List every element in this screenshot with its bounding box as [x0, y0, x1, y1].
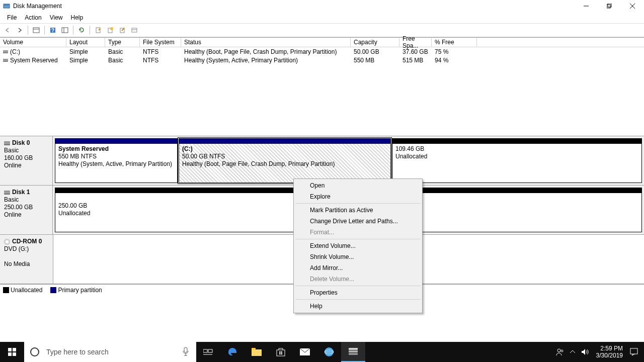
- disk-mgmt-icon[interactable]: [341, 342, 365, 362]
- svg-point-42: [561, 350, 563, 352]
- svg-rect-7: [33, 28, 39, 33]
- partition-status: Healthy (Boot, Page File, Crash Dump, Pr…: [182, 160, 387, 168]
- col-spacer: [477, 38, 644, 47]
- disk-info-1[interactable]: Disk 1 Basic 250.00 GB Online: [0, 186, 53, 234]
- titlebar: Disk Management: [0, 0, 644, 12]
- edit-icon[interactable]: [117, 25, 128, 36]
- partition-system-reserved[interactable]: System Reserved 550 MB NTFS Healthy (Sys…: [55, 138, 178, 183]
- partition-status: Healthy (System, Active, Primary Partiti…: [58, 160, 174, 168]
- svg-rect-33: [281, 353, 283, 355]
- mic-icon[interactable]: [182, 347, 196, 357]
- col-capacity[interactable]: Capacity: [351, 38, 399, 47]
- tray-up-icon[interactable]: [567, 342, 578, 362]
- back-icon[interactable]: [2, 25, 13, 36]
- disk-icon: [4, 191, 10, 195]
- vol-pct: 94 %: [432, 56, 477, 64]
- svg-text:?: ?: [51, 28, 54, 33]
- col-pctfree[interactable]: % Free: [432, 38, 477, 47]
- refresh-icon[interactable]: [76, 25, 87, 36]
- list-icon[interactable]: [59, 25, 70, 36]
- properties-icon[interactable]: [93, 25, 104, 36]
- disk-info-0[interactable]: Disk 0 Basic 160.00 GB Online: [0, 136, 53, 185]
- people-icon[interactable]: [553, 342, 567, 362]
- notifications-icon[interactable]: [627, 342, 641, 362]
- new-icon[interactable]: [105, 25, 116, 36]
- disk-name: Disk 1: [12, 189, 30, 196]
- cm-mark-active[interactable]: Mark Partition as Active: [295, 205, 421, 216]
- col-volume[interactable]: Volume: [0, 38, 66, 47]
- start-button[interactable]: [0, 342, 24, 362]
- volume-row[interactable]: (C:) Simple Basic NTFS Healthy (Boot, Pa…: [0, 47, 644, 56]
- svg-rect-27: [252, 349, 262, 356]
- partition-c[interactable]: (C:) 50.00 GB NTFS Healthy (Boot, Page F…: [179, 138, 391, 183]
- close-button[interactable]: [621, 0, 644, 12]
- partition-size: 50.00 GB NTFS: [182, 153, 387, 160]
- menu-file[interactable]: File: [3, 13, 21, 22]
- forward-icon[interactable]: [14, 25, 25, 36]
- cm-shrink[interactable]: Shrink Volume...: [295, 251, 421, 262]
- col-layout[interactable]: Layout: [66, 38, 105, 47]
- cdrom-state: No Media: [4, 260, 49, 268]
- cm-mirror[interactable]: Add Mirror...: [295, 262, 421, 274]
- vol-free: 37.60 GB: [399, 47, 432, 56]
- col-type[interactable]: Type: [105, 38, 140, 47]
- store-icon[interactable]: [269, 342, 293, 362]
- maximize-button[interactable]: [598, 0, 621, 12]
- partition-title: System Reserved: [58, 145, 174, 153]
- partition-unallocated-0[interactable]: 109.46 GB Unallocated: [392, 138, 642, 183]
- svg-rect-38: [349, 350, 358, 352]
- svg-rect-40: [349, 348, 358, 350]
- cm-properties[interactable]: Properties: [295, 287, 421, 298]
- delete-icon[interactable]: [129, 25, 140, 36]
- minimize-button[interactable]: [575, 0, 598, 12]
- partition-bar: [179, 139, 390, 144]
- cm-open[interactable]: Open: [295, 180, 421, 191]
- disk-name: CD-ROM 0: [12, 238, 42, 245]
- clock[interactable]: 2:59 PM 3/30/2019: [592, 345, 627, 359]
- menu-view[interactable]: View: [46, 13, 67, 22]
- cm-explore[interactable]: Explore: [295, 191, 421, 202]
- vol-capacity: 550 MB: [351, 56, 399, 64]
- volume-list: Volume Layout Type File System Status Ca…: [0, 37, 644, 136]
- menu-help[interactable]: Help: [67, 13, 88, 22]
- svg-rect-32: [279, 353, 281, 355]
- cm-extend[interactable]: Extend Volume...: [295, 240, 421, 251]
- col-status[interactable]: Status: [181, 38, 351, 47]
- svg-rect-31: [281, 351, 283, 353]
- browser-icon[interactable]: [317, 342, 341, 362]
- disk-size: 160.00 GB: [4, 154, 48, 162]
- partition-status: Unallocated: [395, 153, 638, 160]
- svg-rect-23: [184, 347, 187, 352]
- edge-icon[interactable]: [220, 342, 245, 362]
- volume-body: (C:) Simple Basic NTFS Healthy (Boot, Pa…: [0, 47, 644, 136]
- svg-rect-17: [132, 28, 137, 32]
- svg-rect-29: [277, 350, 285, 356]
- disk-icon: [4, 141, 10, 145]
- cm-format: Format...: [295, 227, 421, 238]
- taskbar: Type here to search 2:59 PM 3/30/2019: [0, 342, 644, 362]
- col-filesystem[interactable]: File System: [140, 38, 181, 47]
- svg-rect-13: [96, 28, 100, 33]
- col-freespace[interactable]: Free Spa...: [399, 38, 432, 47]
- cm-help[interactable]: Help: [295, 301, 421, 312]
- disk-info-cdrom[interactable]: CD-ROM 0 DVD (G:) No Media: [0, 235, 53, 284]
- svg-rect-3: [607, 5, 610, 8]
- svg-rect-4: [608, 4, 611, 7]
- volume-icon[interactable]: [578, 342, 592, 362]
- task-view-icon[interactable]: [196, 342, 220, 362]
- explorer-icon[interactable]: [245, 342, 269, 362]
- vol-type: Basic: [105, 47, 140, 56]
- volume-row[interactable]: System Reserved Simple Basic NTFS Health…: [0, 56, 644, 64]
- volume-icon: [3, 50, 8, 53]
- toolbar: ?: [0, 23, 644, 37]
- svg-rect-24: [203, 349, 207, 352]
- cm-change-letter[interactable]: Change Drive Letter and Paths...: [295, 216, 421, 227]
- svg-rect-25: [208, 349, 212, 352]
- mail-icon[interactable]: [293, 342, 317, 362]
- help-icon[interactable]: ?: [47, 25, 58, 36]
- menu-action[interactable]: Action: [21, 13, 45, 22]
- svg-rect-11: [62, 28, 68, 33]
- svg-rect-21: [8, 352, 12, 356]
- show-hide-icon[interactable]: [31, 25, 42, 36]
- search-box[interactable]: Type here to search: [24, 342, 196, 362]
